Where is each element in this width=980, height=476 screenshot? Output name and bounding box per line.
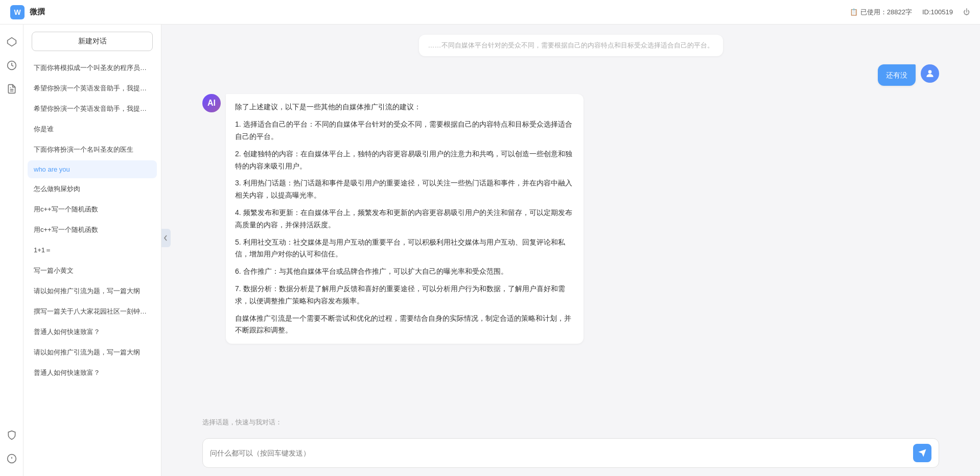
topbar-left: W 微撰	[10, 5, 45, 19]
svg-point-7	[928, 70, 932, 74]
conv-item-0[interactable]: 下面你将模拟成一个叫圣友的程序员，我说...	[28, 58, 157, 78]
conv-item-1[interactable]: 希望你扮演一个英语发音助手，我提供给你...	[28, 79, 157, 98]
topbar: W 微撰 📋 已使用：28822字 ID:100519 ⏻	[0, 0, 980, 25]
topbar-right: 📋 已使用：28822字 ID:100519 ⏻	[850, 8, 970, 17]
conv-item-5[interactable]: who are you	[28, 160, 157, 178]
conv-item-7[interactable]: 用c++写一个随机函数	[28, 200, 157, 219]
user-id: ID:100519	[922, 8, 953, 16]
usage-icon: 📋	[850, 8, 858, 16]
ai-para-0: 除了上述建议，以下是一些其他的自媒体推广引流的建议：	[235, 101, 574, 113]
ai-para-1: 1. 选择适合自己的平台：不同的自媒体平台针对的受众不同，需要根据自己的内容特点…	[235, 118, 574, 143]
sidebar-collapse-button[interactable]	[161, 229, 171, 247]
power-icon[interactable]: ⏻	[963, 8, 970, 16]
usage-label: 已使用：28822字	[860, 8, 912, 17]
sidebar-icon-shield[interactable]	[3, 426, 21, 444]
icon-sidebar	[0, 25, 24, 476]
chat-input[interactable]	[210, 449, 908, 457]
conv-item-6[interactable]: 怎么做狗屎炒肉	[28, 179, 157, 199]
ai-para-4: 4. 频繁发布和更新：在自媒体平台上，频繁发布和更新的内容更容易吸引用户的关注和…	[235, 207, 574, 231]
ai-bubble: 除了上述建议，以下是一些其他的自媒体推广引流的建议： 1. 选择适合自己的平台：…	[226, 94, 584, 344]
ai-para-8: 自媒体推广引流是一个需要不断尝试和优化的过程，需要结合自身的实际情况，制定合适的…	[235, 313, 574, 337]
conv-item-12[interactable]: 撰写一篇关于八大家花园社区一刻钟便民生...	[28, 302, 157, 321]
quick-topics-label: 选择话题，快速与我对话：	[161, 413, 980, 432]
ai-avatar: AI	[202, 94, 221, 112]
conv-item-9[interactable]: 1+1＝	[28, 241, 157, 260]
chat-area: ……不同自媒体平台针对的受众不同，需要根据自己的内容特点和目标受众选择适合自己的…	[161, 25, 980, 476]
conv-item-10[interactable]: 写一篇小黄文	[28, 261, 157, 280]
ai-para-7: 7. 数据分析：数据分析是了解用户反馈和喜好的重要途径，可以分析用户行为和数据，…	[235, 283, 574, 307]
conv-item-13[interactable]: 普通人如何快速致富？	[28, 322, 157, 342]
chat-messages: ……不同自媒体平台针对的受众不同，需要根据自己的内容特点和目标受众选择适合自己的…	[161, 25, 980, 413]
icon-sidebar-bottom	[3, 426, 21, 468]
svg-marker-0	[7, 38, 16, 46]
app-title: 微撰	[30, 7, 45, 17]
usage-display: 📋 已使用：28822字	[850, 8, 912, 17]
partial-top-message: ……不同自媒体平台针对的受众不同，需要根据自己的内容特点和目标受众选择适合自己的…	[419, 35, 723, 56]
ai-para-2: 2. 创建独特的内容：在自媒体平台上，独特的内容更容易吸引用户的注意力和共鸣，可…	[235, 148, 574, 173]
send-button[interactable]	[913, 444, 931, 462]
ai-para-5: 5. 利用社交互动：社交媒体是与用户互动的重要平台，可以积极利用社交媒体与用户互…	[235, 236, 574, 261]
sidebar-icon-document[interactable]	[3, 80, 21, 98]
user-message-row: 还有没	[202, 64, 939, 86]
conv-sidebar: 新建对话 下面你将模拟成一个叫圣友的程序员，我说... 希望你扮演一个英语发音助…	[24, 25, 161, 476]
ai-para-3: 3. 利用热门话题：热门话题和事件是吸引用户的重要途径，可以关注一些热门话题和事…	[235, 177, 574, 202]
conv-item-2[interactable]: 希望你扮演一个英语发音助手，我提供给你...	[28, 99, 157, 118]
conv-item-3[interactable]: 你是谁	[28, 120, 157, 139]
conv-item-11[interactable]: 请以如何推广引流为题，写一篇大纲	[28, 281, 157, 301]
new-conversation-button[interactable]: 新建对话	[32, 32, 153, 51]
sidebar-icon-hexagon[interactable]	[3, 33, 21, 51]
conv-item-15[interactable]: 普通人如何快速致富？	[28, 363, 157, 383]
conv-item-4[interactable]: 下面你将扮演一个名叫圣友的医生	[28, 140, 157, 159]
logo-w: W	[10, 5, 25, 19]
conv-item-8[interactable]: 用c++写一个随机函数	[28, 220, 157, 240]
ai-para-6: 6. 合作推广：与其他自媒体平台或品牌合作推广，可以扩大自己的曝光率和受众范围。	[235, 266, 574, 278]
main-layout: 新建对话 下面你将模拟成一个叫圣友的程序员，我说... 希望你扮演一个英语发音助…	[0, 25, 980, 476]
input-wrapper	[202, 438, 939, 468]
user-bubble: 还有没	[878, 64, 916, 86]
sidebar-icon-clock[interactable]	[3, 56, 21, 75]
input-area	[161, 432, 980, 476]
ai-message-row: AI 除了上述建议，以下是一些其他的自媒体推广引流的建议： 1. 选择适合自己的…	[202, 94, 939, 344]
conv-item-14[interactable]: 请以如何推广引流为题，写一篇大纲	[28, 343, 157, 362]
sidebar-icon-info[interactable]	[3, 449, 21, 468]
user-avatar	[921, 64, 939, 83]
conversation-list: 下面你将模拟成一个叫圣友的程序员，我说... 希望你扮演一个英语发音助手，我提供…	[24, 58, 161, 476]
